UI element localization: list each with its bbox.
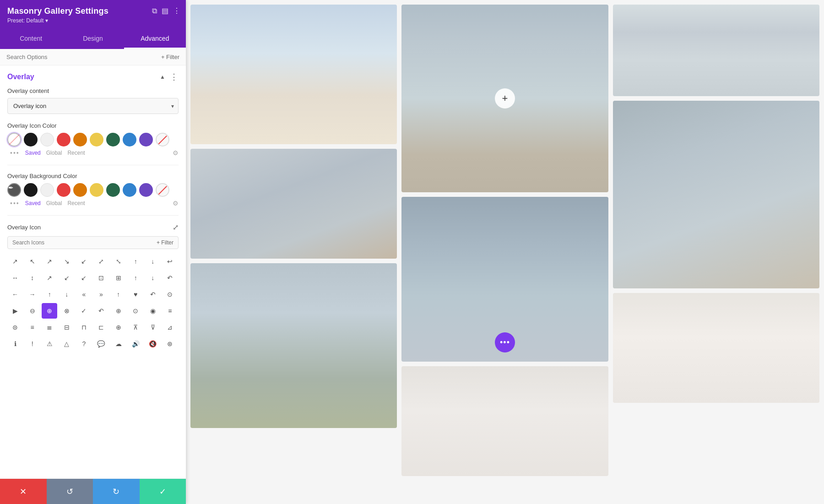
gallery-item-pier[interactable]: + — [401, 5, 608, 192]
yellow-color-swatch[interactable] — [90, 133, 103, 146]
icon-cell[interactable]: ⊡ — [93, 270, 109, 286]
icon-cell[interactable]: 💬 — [93, 336, 109, 352]
gallery-item[interactable] — [613, 5, 819, 96]
icon-cell[interactable]: ↩ — [162, 254, 178, 269]
icon-cell[interactable]: ⚠ — [42, 336, 57, 352]
bg-saved-tab[interactable]: Saved — [25, 200, 41, 206]
tab-design[interactable]: Design — [62, 29, 124, 49]
icon-cell[interactable]: ↔ — [7, 270, 23, 286]
icon-cell[interactable]: 🔇 — [145, 336, 161, 352]
icon-cell[interactable]: ⊞ — [111, 270, 126, 286]
icon-cell[interactable]: ⊖ — [25, 303, 40, 319]
tab-content[interactable]: Content — [0, 29, 62, 49]
icon-cell[interactable]: ≡ — [162, 303, 178, 319]
icon-cell[interactable]: ↗ — [42, 254, 57, 269]
bg-recent-tab[interactable]: Recent — [67, 200, 85, 206]
layout-icon[interactable]: ▤ — [162, 7, 168, 15]
icon-cell[interactable]: ⊼ — [128, 320, 143, 335]
overlay-dots-icon[interactable]: ••• — [495, 332, 515, 352]
search-input[interactable] — [6, 54, 161, 60]
black-color-swatch[interactable] — [24, 133, 38, 146]
icon-cell[interactable]: ⊏ — [93, 320, 109, 335]
icon-cell[interactable]: ℹ — [7, 336, 23, 352]
global-tab[interactable]: Global — [46, 150, 62, 156]
gallery-item-dock[interactable] — [613, 101, 819, 288]
icon-cell[interactable]: 🔊 — [128, 336, 143, 352]
icon-search-input[interactable] — [12, 239, 157, 246]
bg-color-settings-icon[interactable]: ⚙ — [173, 200, 179, 207]
more-icon[interactable]: ⋮ — [173, 7, 180, 15]
icon-cell[interactable]: ↑ — [42, 287, 57, 302]
icon-cell[interactable]: ♥ — [128, 287, 143, 302]
icon-cell[interactable]: ↘ — [59, 254, 75, 269]
purple-bg-swatch[interactable] — [139, 183, 153, 197]
no-color-swatch[interactable] — [156, 133, 169, 146]
gallery-item[interactable] — [190, 149, 397, 259]
responsive-icon[interactable]: ⧉ — [152, 7, 157, 15]
white-bg-swatch[interactable] — [40, 183, 54, 197]
expand-icon-picker-icon[interactable]: ⤢ — [173, 223, 179, 232]
white-color-swatch[interactable] — [40, 133, 54, 146]
preset-label[interactable]: Preset: Default ▾ — [7, 17, 179, 24]
overlay-content-select[interactable]: Overlay icon Overlay text None — [7, 98, 179, 114]
icon-cell[interactable]: ↑ — [128, 254, 143, 269]
icon-cell[interactable]: ⊜ — [7, 320, 23, 335]
icon-cell[interactable]: ↓ — [59, 287, 75, 302]
icon-cell[interactable]: ↓ — [145, 254, 161, 269]
green-bg-swatch[interactable] — [106, 183, 120, 197]
icon-cell[interactable]: » — [93, 287, 109, 302]
icon-cell[interactable]: ↙ — [76, 270, 92, 286]
icon-cell[interactable]: ↶ — [162, 270, 178, 286]
icon-cell[interactable]: ↕ — [25, 270, 40, 286]
icon-cell[interactable]: ↑ — [111, 287, 126, 302]
tab-advanced[interactable]: Advanced — [124, 29, 186, 49]
icon-cell[interactable]: △ — [59, 336, 75, 352]
green-color-swatch[interactable] — [106, 133, 120, 146]
icon-cell[interactable]: « — [76, 287, 92, 302]
icon-cell[interactable]: ⊽ — [145, 320, 161, 335]
icon-cell[interactable]: ⊙ — [162, 287, 178, 302]
section-menu-icon[interactable]: ⋮ — [170, 74, 179, 80]
gallery-item-room[interactable] — [401, 366, 608, 476]
red-color-swatch[interactable] — [57, 133, 70, 146]
icon-cell[interactable]: ◉ — [145, 303, 161, 319]
orange-bg-swatch[interactable] — [73, 183, 87, 197]
icon-cell[interactable]: ⊙ — [128, 303, 143, 319]
icon-cell[interactable]: ⊓ — [76, 320, 92, 335]
color-more-icon[interactable]: ••• — [10, 149, 20, 157]
icon-cell[interactable]: → — [25, 287, 40, 302]
icon-cell[interactable]: ↙ — [76, 254, 92, 269]
icon-cell[interactable]: ↶ — [145, 287, 161, 302]
icon-cell[interactable]: ⊕ — [111, 320, 126, 335]
redo-button[interactable]: ↻ — [93, 479, 140, 504]
icon-cell[interactable]: ↖ — [25, 254, 40, 269]
icon-cell[interactable]: ↶ — [93, 303, 109, 319]
blue-bg-swatch[interactable] — [123, 183, 136, 197]
icon-cell[interactable]: ≡ — [25, 320, 40, 335]
color-settings-icon[interactable]: ⚙ — [173, 149, 179, 157]
icon-cell-selected[interactable]: ⊕ — [42, 303, 57, 319]
bg-color-more-icon[interactable]: ••• — [10, 200, 20, 207]
save-button[interactable]: ✓ — [140, 479, 186, 504]
orange-color-swatch[interactable] — [73, 133, 87, 146]
icon-cell[interactable]: ↑ — [128, 270, 143, 286]
cancel-button[interactable]: ✕ — [0, 479, 47, 504]
icon-cell[interactable]: ↙ — [59, 270, 75, 286]
gallery-item[interactable] — [190, 263, 397, 428]
black-bg-swatch[interactable] — [24, 183, 38, 197]
transparent-color-swatch[interactable] — [7, 133, 21, 146]
saved-tab[interactable]: Saved — [25, 150, 41, 156]
red-bg-swatch[interactable] — [57, 183, 70, 197]
no-bg-swatch[interactable] — [156, 183, 169, 197]
gallery-item-curtain[interactable] — [613, 293, 819, 403]
icon-cell[interactable]: ? — [76, 336, 92, 352]
icon-cell[interactable]: ⊗ — [59, 303, 75, 319]
bg-global-tab[interactable]: Global — [46, 200, 62, 206]
icon-cell[interactable]: ! — [25, 336, 40, 352]
gallery-item-water[interactable]: ••• — [401, 197, 608, 362]
blue-color-swatch[interactable] — [123, 133, 136, 146]
icon-filter-button[interactable]: + Filter — [157, 239, 173, 246]
gallery-item[interactable] — [190, 5, 397, 144]
icon-cell[interactable]: ⊟ — [59, 320, 75, 335]
icon-cell[interactable]: ← — [7, 287, 23, 302]
